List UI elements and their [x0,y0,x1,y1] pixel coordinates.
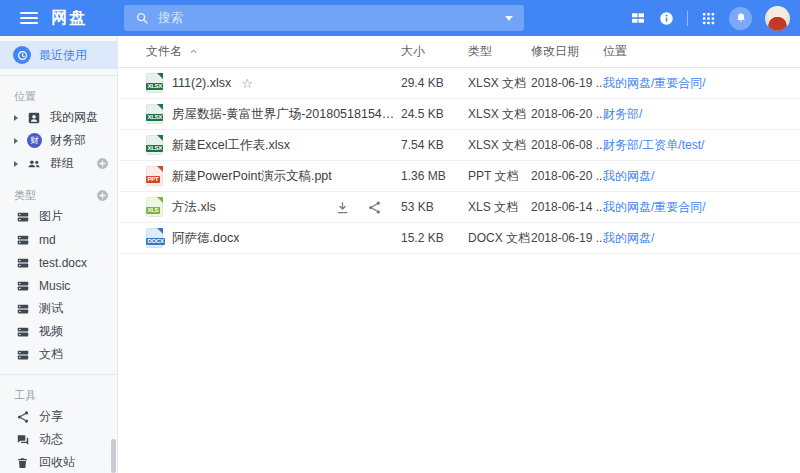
file-row[interactable]: XLSX111(2).xlsx☆29.4 KBXLSX 文档2018-06-19… [119,68,800,99]
sidebar-item-label: 分享 [39,408,63,425]
file-name-cell: XLS方法.xls [146,197,401,217]
sidebar-item[interactable]: Music [0,274,117,297]
sidebar-section-label: 工具 [14,388,109,402]
file-icon-fold [157,73,163,79]
file-icon-fold [157,197,163,203]
file-name[interactable]: 新建PowerPoint演示文稿.ppt [172,168,332,185]
file-row[interactable]: XLSX新建Excel工作表.xlsx7.54 KBXLSX 文档2018-06… [119,130,800,161]
file-list-panel: 文件名 大小 类型 修改日期 位置 XLSX111(2).xlsx☆29.4 K… [119,36,800,473]
share-icon[interactable] [367,200,382,215]
sidebar-item[interactable]: 财财务部 [0,129,117,152]
file-icon-fold [157,135,163,141]
file-row[interactable]: XLSX房屋数据-黄富世界广场-20180518154009 2.xlsx24.… [119,99,800,130]
file-icon-ext-label: XLS [146,207,160,214]
file-location-cell: 我的网盘/重要合同/ [603,75,800,92]
star-icon[interactable]: ☆ [241,77,253,90]
file-name[interactable]: 房屋数据-黄富世界广场-20180518154009 2.xlsx [172,106,395,123]
file-name[interactable]: 111(2).xlsx [172,76,231,90]
file-type-icon: DOCX [146,228,163,248]
sidebar-item-recent[interactable]: 最近使用 [0,41,117,69]
file-row[interactable]: PPT新建PowerPoint演示文稿.ppt1.36 MBPPT 文档2018… [119,161,800,192]
sidebar-item[interactable]: 我的网盘 [0,106,117,129]
collection-icon [16,348,30,362]
notifications-bell-icon[interactable] [729,7,752,30]
sidebar-scrollbar[interactable] [111,439,116,473]
apps-grid-icon[interactable] [701,11,716,26]
file-row[interactable]: DOCX阿萨德.docx15.2 KBDOCX 文档2018-06-19 ...… [119,223,800,254]
location-link[interactable]: 我的网盘/ [603,231,654,245]
search-dropdown-icon[interactable] [505,16,513,21]
search-bar[interactable] [124,5,524,31]
info-icon[interactable] [659,11,674,26]
sidebar-divider [0,75,117,76]
file-size: 29.4 KB [401,76,468,90]
search-icon [135,11,149,25]
sidebar-item[interactable]: 动态 [0,428,117,451]
search-input[interactable] [158,11,505,25]
sidebar-item-label: 回收站 [39,454,75,471]
collection-icon [16,233,30,247]
sidebar-item-label: 财务部 [50,132,86,149]
file-name-cell: XLSX房屋数据-黄富世界广场-20180518154009 2.xlsx [146,104,401,124]
sidebar-item-label: 图片 [39,208,63,225]
sidebar-item[interactable]: 视频 [0,320,117,343]
share-icon [16,410,30,424]
location-link[interactable]: 我的网盘/ [603,169,654,183]
sidebar-item[interactable]: md [0,228,117,251]
location-link[interactable]: 财务部/工资单/test/ [603,138,704,152]
file-type-icon: XLS [146,197,163,217]
sidebar-item[interactable]: 测试 [0,297,117,320]
file-type: PPT 文档 [468,168,531,185]
file-row[interactable]: XLS方法.xls53 KBXLS 文档2018-06-14 ...我的网盘/重… [119,192,800,223]
groups-icon [27,157,41,171]
add-category-button[interactable] [96,189,109,202]
location-link[interactable]: 财务部/ [603,107,642,121]
file-type: XLSX 文档 [468,106,531,123]
file-name[interactable]: 阿萨德.docx [172,230,239,247]
file-name[interactable]: 新建Excel工作表.xlsx [172,137,290,154]
sidebar-item-label: 文档 [39,346,63,363]
sidebar-item-label: 我的网盘 [50,109,98,126]
file-icon-ext-label: XLSX [146,145,163,152]
expand-caret-icon[interactable] [14,138,18,144]
activity-icon [16,433,30,447]
expand-caret-icon[interactable] [14,115,18,121]
file-icon-fold [157,228,163,234]
location-link[interactable]: 我的网盘/重要合同/ [603,76,706,90]
sidebar-item-label: 群组 [50,155,74,172]
sidebar-divider [0,374,117,375]
sidebar: 最近使用 位置我的网盘财财务部群组类型图片mdtest.docxMusic测试视… [0,36,118,473]
user-avatar[interactable] [765,6,790,31]
file-name-cell: XLSX新建Excel工作表.xlsx [146,135,401,155]
topbar-divider [687,11,688,26]
column-header-filename-label: 文件名 [146,43,182,60]
column-header-filename[interactable]: 文件名 [146,43,401,60]
table-header: 文件名 大小 类型 修改日期 位置 [119,36,800,68]
file-type: XLS 文档 [468,199,531,216]
column-header-size[interactable]: 大小 [401,43,468,60]
sidebar-item[interactable]: 分享 [0,405,117,428]
add-group-button[interactable] [96,157,109,170]
list-view-toggle-icon[interactable] [630,10,646,26]
collection-icon [16,256,30,270]
app-title: 网盘 [51,8,87,29]
sidebar-item[interactable]: 回收站 [0,451,117,473]
sidebar-item[interactable]: 图片 [0,205,117,228]
file-location-cell: 财务部/工资单/test/ [603,137,800,154]
department-badge-icon: 财 [27,133,42,148]
column-header-location[interactable]: 位置 [603,43,800,60]
menu-icon[interactable] [20,9,38,27]
sidebar-item[interactable]: test.docx [0,251,117,274]
file-name[interactable]: 方法.xls [172,199,216,216]
sidebar-item[interactable]: 文档 [0,343,117,366]
column-header-modified[interactable]: 修改日期 [531,43,603,60]
file-name-cell: DOCX阿萨德.docx [146,228,401,248]
download-icon[interactable] [335,200,350,215]
file-size: 15.2 KB [401,231,468,245]
location-link[interactable]: 我的网盘/重要合同/ [603,200,706,214]
expand-caret-icon[interactable] [14,161,18,167]
column-header-type[interactable]: 类型 [468,43,531,60]
clock-icon [13,46,31,64]
topbar: 网盘 [0,0,800,36]
sidebar-item[interactable]: 群组 [0,152,117,175]
